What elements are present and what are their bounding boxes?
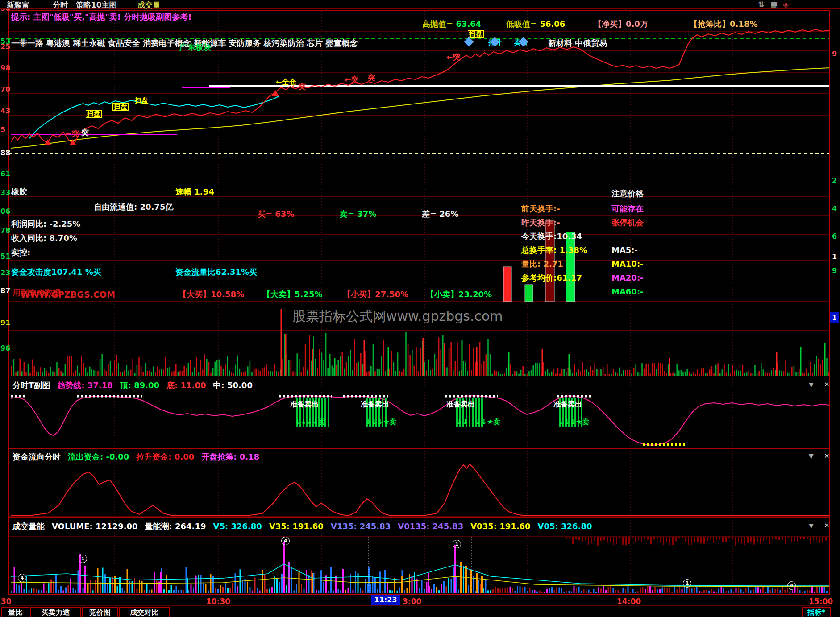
right-axis-label: 9 — [832, 267, 837, 274]
dixi-label: 低吸值= — [506, 19, 537, 29]
ref-price-label: 参考均价:61.17 — [521, 273, 582, 282]
turnover-2d-label: 前天换手:- — [521, 204, 560, 213]
prepare-sell-label: 准备卖出 — [553, 401, 582, 408]
close-panel-icon[interactable]: ✕ — [824, 452, 830, 460]
bottom-tab-4[interactable]: 成交对比 — [119, 607, 170, 617]
prepare-sell-label: 准备卖出 — [290, 401, 319, 408]
collapse-panel-icon[interactable]: ▼ — [809, 452, 814, 460]
header-segment: V05: 326.80 — [538, 522, 592, 531]
circled-marker: 4 — [281, 537, 290, 545]
collapse-panel-icon[interactable]: ▼ — [809, 381, 814, 388]
breakout-label: ←突 — [65, 130, 79, 137]
header-segment: V35: 191.60 — [269, 522, 324, 531]
dixi-number: 56.06 — [540, 19, 565, 29]
time-axis-label: 30 — [1, 597, 12, 606]
header-segment: 成交量能 — [12, 522, 45, 531]
time-cursor-box: 11:23 — [371, 595, 400, 605]
left-axis-label: 43 — [0, 108, 10, 115]
diamond-icon: ◆ — [490, 35, 500, 47]
big-sell-label: 【大卖】5.25% — [262, 290, 322, 299]
ma5-label: MA5:- — [611, 246, 638, 255]
menu-item-1[interactable]: 新聚富 — [7, 0, 29, 10]
circled-marker: 4 — [787, 581, 796, 590]
left-axis-label: 91 — [0, 319, 10, 327]
turnover-1d-label: 昨天换手:- — [521, 218, 560, 227]
panel-header-volume: 成交量能VOLUME: 12129.00量能潮: 264.19V5: 326.8… — [12, 521, 599, 532]
toolbar-icon[interactable]: ⇅ — [758, 0, 764, 9]
close-panel-icon[interactable]: ✕ — [824, 522, 830, 530]
profit-yoy-label: 利润同比: -2.25% — [11, 219, 80, 228]
big-buy-label: 【大买】10.58% — [179, 290, 244, 299]
buy-pct-label: 买= 63% — [258, 210, 294, 219]
time-axis-label: 3:00 — [403, 597, 421, 606]
menu-item-4[interactable]: 成交量 — [137, 0, 160, 10]
bottom-tab-3[interactable]: 竞价图 — [82, 607, 118, 617]
limit-up-chance-label: 张停机会 — [611, 218, 644, 227]
circled-marker: 1 — [79, 555, 87, 563]
left-axis-label: 06 — [0, 208, 10, 215]
header-segment: 趋势线: 37.18 — [57, 381, 112, 390]
right-axis-label: 1 — [832, 253, 837, 261]
left-axis-label: 78 — [0, 227, 10, 234]
header-segment: 资金流向分时 — [12, 452, 61, 461]
marker-icon[interactable]: ◈ — [783, 0, 789, 9]
left-axis-label: 96 — [0, 345, 10, 352]
tip-text: 提示: 主图"低吸"买,"高抛"卖! 分时抛吸副图参考! — [11, 12, 192, 21]
breakout-label: 突 — [81, 129, 89, 137]
left-axis-label: 70 — [0, 86, 10, 93]
bottom-tab-2[interactable]: 买卖力道 — [30, 607, 81, 617]
right-axis-label: 9 — [832, 50, 837, 58]
panel-header-money: 资金流向分时流出资金: -0.00拉升资金: 0.00开盘抢筹: 0.18 — [12, 451, 266, 462]
toolbar-icon[interactable]: ▦ — [770, 0, 778, 9]
prepare-sell-label: 准备卖出 — [361, 401, 389, 408]
circled-marker: 1 — [453, 540, 461, 548]
diff-pct-label: 差= 26% — [422, 210, 458, 219]
notice-price-label: 注意价格 — [611, 189, 644, 198]
turnover-today-label: 今天换手:10.34 — [521, 232, 582, 241]
header-segment: 拉升资金: 0.00 — [136, 452, 194, 461]
sweep-label: 扫盘 — [86, 110, 102, 118]
net-buy-label: 【净买】0.0万 — [594, 20, 648, 29]
header-segment: VOLUME: 12129.00 — [52, 522, 138, 531]
left-axis-label: 61 — [0, 170, 10, 178]
concept-strip-2: 新材料 中俄贸易 — [548, 39, 607, 48]
left-axis-label: 5 — [0, 126, 5, 133]
page-indicator[interactable]: 1 — [830, 312, 839, 323]
time-axis-label: 10:30 — [206, 597, 230, 606]
menu-item-2[interactable]: 分时 — [53, 0, 68, 10]
gaopao-value: 高抛值= 63.64 — [422, 20, 481, 29]
close-panel-icon[interactable]: ✕ — [824, 381, 830, 389]
header-segment: V0135: 245.83 — [398, 522, 463, 531]
header-segment: V135: 245.83 — [331, 522, 391, 531]
tab-indicator[interactable]: 指标* — [802, 607, 831, 617]
header-segment: V035: 191.60 — [470, 522, 530, 531]
vol-ratio-label: 量比: 2.71 — [521, 260, 563, 269]
menu-item-3[interactable]: 策略10主图 — [76, 0, 117, 10]
gaopao-label: 高抛值= — [422, 19, 453, 29]
menu-bar: 新聚富分时策略10主图成交量⇅▦◈ — [0, 0, 840, 9]
sell-arrows: ↓↓★卖 — [475, 418, 500, 426]
fund-attack-label: 资金攻击度107.41 %买 — [11, 268, 101, 277]
controller-label: 实控: — [11, 248, 30, 257]
ma60-label: MA60:- — [611, 287, 644, 296]
sweep-label: 扫盘 — [112, 103, 129, 111]
panel-header-t: 分时T副图趋势线: 37.18顶: 89.00底: 11.00中: 50.00 — [12, 380, 260, 391]
right-axis-label: 6 — [832, 233, 837, 240]
gaopao-number: 63.64 — [456, 19, 481, 29]
turnover-total-label: 总换手率: 1.38% — [521, 246, 587, 255]
sell-pct-label: 卖= 37% — [340, 210, 376, 219]
circled-marker: 4 — [18, 574, 26, 582]
left-axis-label: 88 — [0, 149, 10, 157]
sweep-label: 扫盘 — [135, 97, 148, 104]
bottom-tab-1[interactable]: 量比 — [1, 607, 29, 617]
header-segment: 顶: 89.00 — [120, 381, 159, 390]
header-segment: 流出资金: -0.00 — [68, 452, 129, 461]
site-watermark: WWW.GPZBGS.COM — [21, 290, 115, 299]
collapse-panel-icon[interactable]: ▼ — [809, 522, 814, 529]
revenue-yoy-label: 收入同比: 8.70% — [11, 234, 77, 243]
right-axis-label: 2 — [832, 177, 837, 184]
time-axis-label: 14:00 — [617, 597, 641, 606]
header-segment: 量能潮: 264.19 — [145, 522, 206, 531]
header-segment: 中: 50.00 — [213, 381, 253, 390]
header-segment: V5: 326.80 — [213, 522, 262, 531]
